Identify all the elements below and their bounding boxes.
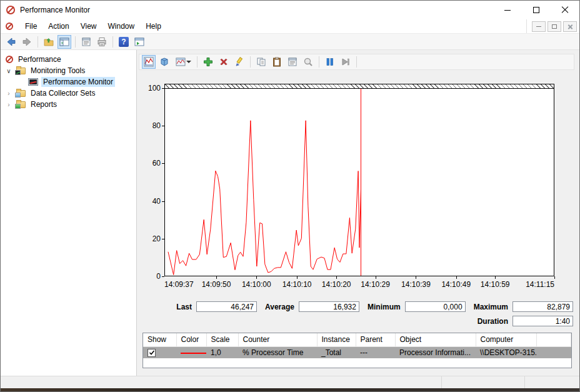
mdi-minimize-button[interactable] [532,21,546,32]
counter-row[interactable]: 1,0 % Processor Time _Total --- Processo… [143,346,571,358]
copy-properties-icon [256,57,266,67]
col-instance[interactable]: Instance [317,333,356,346]
chevron-down-icon[interactable]: ∨ [6,68,12,74]
menu-window[interactable]: Window [102,20,141,33]
freeze-display-button[interactable] [323,55,337,69]
action-pane-icon [134,37,144,47]
view-log-data-button[interactable] [158,55,171,69]
tree-item-performance-monitor[interactable]: Performance Monitor [1,76,136,88]
window-title: Performance Monitor [20,6,90,14]
show-checkbox[interactable] [148,349,156,357]
col-parent[interactable]: Parent [356,333,395,346]
chevron-right-icon[interactable]: › [6,101,12,108]
copy-properties-button[interactable] [254,55,268,69]
x-tick-label: 14:10:10 [282,280,312,289]
performance-monitor-icon [28,78,38,86]
tree-item-performance[interactable]: Performance [1,54,136,65]
reports-folder-icon [16,101,26,108]
change-graph-type-button[interactable] [173,55,193,69]
x-tick-mark [495,276,496,279]
x-tick-mark [456,276,457,279]
col-object[interactable]: Object [395,333,476,346]
maximize-icon [533,7,539,13]
properties-icon [288,57,298,67]
update-data-button[interactable] [339,55,352,69]
col-color[interactable]: Color [176,333,206,346]
maximum-label: Maximum [474,303,508,311]
toolbar-separator [38,36,38,48]
chevron-right-icon[interactable]: › [6,90,12,97]
action-pane-toggle[interactable] [132,35,146,49]
help-button[interactable]: ? [117,35,131,49]
x-tick-mark [376,276,376,279]
menu-view[interactable]: View [75,20,102,33]
status-bar [1,376,579,388]
titlebar: Performance Monitor [1,1,579,19]
delete-counter-button[interactable] [217,55,231,69]
console-tree-toggle[interactable] [58,35,71,49]
x-tick-mark [554,276,555,279]
main-toolbar: ? [1,34,579,50]
cell-instance: _Total [317,346,356,358]
stat-minimum: Minimum 0,000 [368,301,466,312]
highlight-button[interactable] [232,55,246,69]
x-tick-label: 14:10:20 [322,280,351,289]
menu-action[interactable]: Action [42,20,74,33]
monitoring-tools-folder-icon [16,68,26,74]
col-show[interactable]: Show [143,333,176,346]
close-button[interactable] [551,1,579,19]
up-level-button[interactable] [42,35,56,49]
print-icon [97,37,107,47]
mdi-close-button[interactable] [563,21,577,32]
chart-plot-area[interactable] [164,88,554,276]
stat-duration: Duration 1:40 [478,316,573,326]
forward-icon [22,37,32,47]
zoom-button[interactable] [301,55,315,69]
average-value: 16,932 [299,301,359,312]
tree-item-reports[interactable]: › Reports [1,99,136,110]
x-tick-label: 14:10:49 [441,280,471,289]
chart-toolbar [139,54,574,70]
forward-button[interactable] [20,35,34,49]
back-button[interactable] [4,35,18,49]
chart-properties-button[interactable] [286,55,299,69]
view-current-activity-button[interactable] [142,55,156,69]
change-graph-type-icon [176,57,186,67]
tree-item-data-collector-sets[interactable]: › Data Collector Sets [1,88,136,99]
cell-object: Processor Informati... [395,346,476,358]
perfmon-view-panel: 100806040200 14:09:3714:09:5014:10:0014:… [137,50,579,376]
y-tick-label: 80 [152,121,161,130]
paste-counter-list-button[interactable] [270,55,284,69]
performance-monitor-window: Performance Monitor File Action View Win… [0,0,580,392]
maximize-button[interactable] [522,1,551,19]
print-button[interactable] [95,35,109,49]
dropdown-caret-icon [186,61,191,63]
close-icon [561,6,569,14]
tree-item-label-selected: Performance Monitor [41,77,115,87]
minimize-button[interactable] [493,1,522,19]
view-current-activity-icon [144,57,154,67]
x-tick-label: 14:10:00 [242,280,271,289]
col-counter[interactable]: Counter [238,333,317,346]
y-tick-label: 100 [148,84,161,93]
col-computer[interactable]: Computer [476,333,536,346]
tree-item-monitoring-tools[interactable]: ∨ Monitoring Tools [1,65,136,76]
col-scale[interactable]: Scale [206,333,238,346]
tree-item-label: Data Collector Sets [29,88,97,98]
console-tree-icon [59,37,69,47]
add-counter-button[interactable] [201,55,215,69]
x-tick-mark [336,276,337,279]
x-tick-label: 14:10:29 [361,280,390,289]
desktop-edge [1,388,579,391]
freeze-display-icon [325,57,335,67]
mdi-restore-button[interactable] [548,21,561,32]
export-list-button[interactable] [79,35,93,49]
stat-average: Average 16,932 [265,301,359,312]
menu-file[interactable]: File [19,20,42,33]
toolbar-separator [356,56,357,68]
last-value: 46,247 [196,301,257,312]
main-area: Performance ∨ Monitoring Tools Performan… [1,50,579,376]
processor-time-series-line [168,121,361,275]
perfmon-menu-icon [6,23,13,30]
menu-help[interactable]: Help [140,20,167,33]
